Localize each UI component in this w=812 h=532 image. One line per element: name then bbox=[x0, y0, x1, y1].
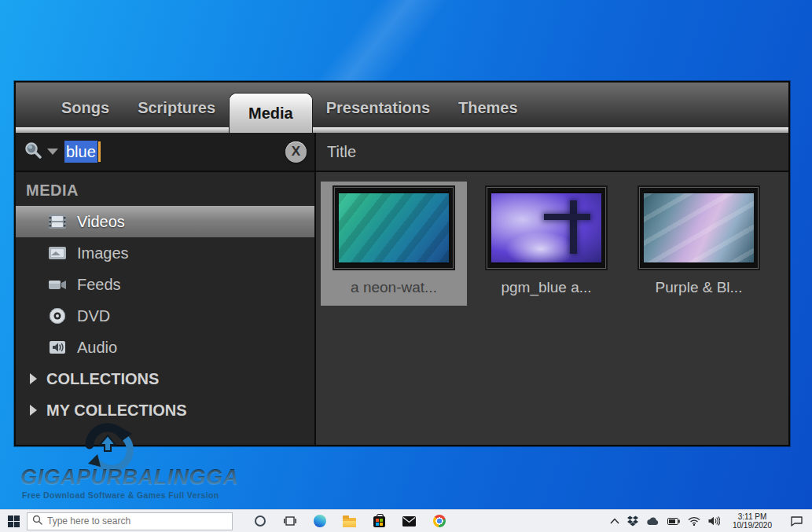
thumbnail-label: Purple & Bl... bbox=[656, 279, 743, 296]
sidebar-group-collections[interactable]: COLLECTIONS bbox=[16, 363, 314, 394]
edge-browser-icon[interactable] bbox=[313, 515, 326, 528]
thumbnail-label: a neon-wat... bbox=[351, 279, 437, 296]
watermark-subtitle: Free Download Software & Games Full Vers… bbox=[22, 490, 219, 500]
media-sidebar: MEDIA bbox=[16, 172, 316, 445]
watermark-title: GIGAPURBALINGGA bbox=[20, 465, 239, 490]
sidebar-item-label: Audio bbox=[77, 339, 117, 357]
title-column-header[interactable]: Title bbox=[316, 133, 788, 171]
tab-bar: Songs Scriptures Media Presentations The… bbox=[16, 83, 788, 133]
chrome-browser-icon[interactable] bbox=[432, 515, 446, 528]
taskbar-app-icons bbox=[253, 515, 446, 528]
task-view-icon[interactable] bbox=[283, 515, 296, 528]
thumbnail-frame bbox=[639, 187, 759, 269]
sidebar-group-label: COLLECTIONS bbox=[46, 370, 159, 388]
sidebar-item-label: Feeds bbox=[77, 276, 121, 294]
action-center-icon[interactable] bbox=[791, 516, 803, 526]
media-results-grid: a neon-wat... pgm_blue a... P bbox=[316, 172, 788, 445]
volume-icon[interactable] bbox=[708, 516, 720, 526]
sidebar-item-label: DVD bbox=[77, 307, 110, 325]
sidebar-item-images[interactable]: Images bbox=[16, 237, 314, 269]
sidebar-group-label: MY COLLECTIONS bbox=[46, 402, 187, 420]
mail-icon[interactable] bbox=[402, 515, 416, 528]
cross-icon bbox=[544, 214, 590, 220]
media-app-window: Songs Scriptures Media Presentations The… bbox=[14, 81, 790, 446]
taskbar-search-input[interactable] bbox=[47, 515, 227, 526]
sidebar-item-feeds[interactable]: Feeds bbox=[16, 269, 314, 300]
dropbox-icon[interactable] bbox=[627, 515, 638, 526]
start-button[interactable] bbox=[0, 510, 27, 532]
tab-scriptures[interactable]: Scriptures bbox=[123, 83, 230, 133]
speaker-icon bbox=[47, 339, 68, 356]
tab-themes[interactable]: Themes bbox=[444, 83, 532, 133]
collapsed-arrow-icon[interactable] bbox=[30, 405, 37, 416]
taskbar-search-box[interactable] bbox=[27, 512, 233, 530]
thumbnail-frame bbox=[334, 187, 454, 269]
search-options-dropdown-icon[interactable] bbox=[47, 149, 58, 155]
clear-search-button[interactable]: X bbox=[285, 141, 307, 163]
tab-media[interactable]: Media bbox=[230, 94, 312, 133]
windows-taskbar: 3:11 PM 10/19/2020 bbox=[0, 509, 812, 532]
sidebar-item-label: Videos bbox=[77, 213, 125, 231]
text-caret bbox=[98, 141, 101, 162]
desktop: Songs Scriptures Media Presentations The… bbox=[0, 0, 812, 532]
media-thumbnail-neon-water[interactable]: a neon-wat... bbox=[321, 182, 467, 306]
title-column-label: Title bbox=[327, 143, 356, 161]
thumbnail-frame bbox=[487, 187, 606, 269]
tabbar-bottom-strip bbox=[16, 127, 788, 133]
battery-icon[interactable] bbox=[667, 518, 680, 525]
system-tray: 3:11 PM 10/19/2020 bbox=[610, 512, 812, 530]
thumbnail-label: pgm_blue a... bbox=[501, 279, 591, 296]
sidebar-section-media: MEDIA bbox=[16, 177, 314, 206]
video-camera-icon bbox=[47, 276, 68, 293]
search-icon[interactable] bbox=[24, 141, 42, 163]
sidebar-item-audio[interactable]: Audio bbox=[16, 332, 314, 363]
search-input[interactable]: blue bbox=[64, 140, 285, 163]
thumbnail-image bbox=[491, 192, 601, 264]
cross-icon bbox=[570, 200, 577, 255]
disc-icon bbox=[47, 307, 68, 325]
tab-songs[interactable]: Songs bbox=[47, 83, 123, 133]
thumbnail-image bbox=[644, 192, 754, 264]
film-icon bbox=[47, 213, 68, 230]
show-hidden-icons-chevron[interactable] bbox=[610, 518, 619, 524]
app-body: MEDIA bbox=[16, 172, 788, 445]
image-icon bbox=[47, 244, 68, 262]
search-selected-text: blue bbox=[64, 141, 97, 163]
cortana-icon[interactable] bbox=[253, 515, 266, 528]
clock-date: 10/19/2020 bbox=[733, 521, 772, 530]
sidebar-item-dvd[interactable]: DVD bbox=[16, 300, 314, 332]
onedrive-cloud-icon[interactable] bbox=[646, 517, 660, 526]
clock-time: 3:11 PM bbox=[733, 512, 772, 521]
taskbar-clock[interactable]: 3:11 PM 10/19/2020 bbox=[728, 512, 777, 530]
media-thumbnail-purple-blue[interactable]: Purple & Bl... bbox=[626, 182, 772, 306]
thumbnail-image bbox=[339, 192, 449, 264]
collapsed-arrow-icon[interactable] bbox=[30, 373, 37, 384]
tab-presentations[interactable]: Presentations bbox=[312, 83, 444, 133]
media-search-bar[interactable]: blue X bbox=[16, 133, 316, 171]
search-icon bbox=[32, 514, 42, 528]
wifi-icon[interactable] bbox=[688, 516, 700, 526]
sidebar-item-label: Images bbox=[77, 244, 129, 262]
file-explorer-icon[interactable] bbox=[343, 515, 356, 528]
sidebar-item-videos[interactable]: Videos bbox=[16, 206, 314, 237]
toolbar-row: blue X Title bbox=[16, 133, 788, 172]
microsoft-store-icon[interactable] bbox=[373, 515, 386, 528]
sidebar-group-my-collections[interactable]: MY COLLECTIONS bbox=[16, 394, 314, 426]
media-thumbnail-pgm-blue[interactable]: pgm_blue a... bbox=[473, 182, 619, 306]
